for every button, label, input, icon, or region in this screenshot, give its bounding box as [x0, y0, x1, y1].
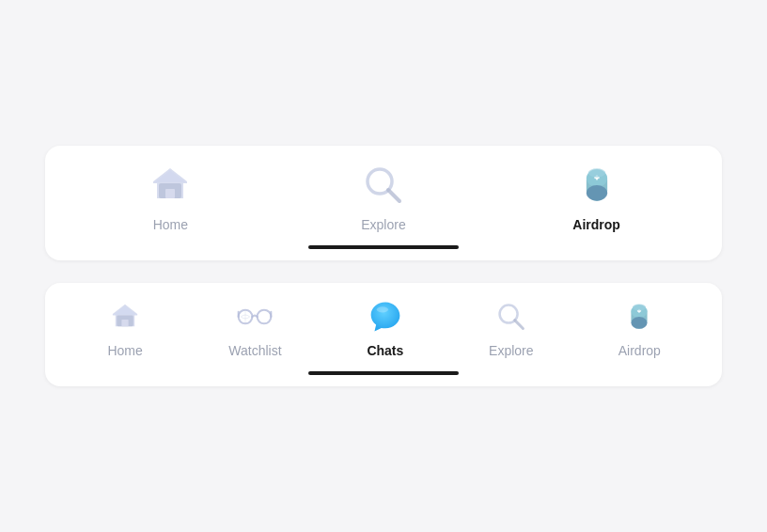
svg-rect-1 — [165, 189, 175, 198]
explore-icon-bottom — [493, 298, 530, 336]
tab-item-explore-bottom[interactable]: Explore — [470, 298, 552, 358]
svg-rect-22 — [632, 317, 648, 329]
airdrop-icon-bottom — [620, 298, 658, 336]
bottom-tab-bar-items: Home — [45, 298, 722, 358]
airdrop-icon-top — [572, 161, 621, 210]
home-icon — [146, 161, 195, 210]
tab-label-home-top: Home — [153, 217, 188, 232]
tab-item-chats-bottom[interactable]: Chats — [348, 298, 423, 358]
top-tab-bar: Home Explore — [45, 146, 722, 260]
svg-point-25 — [633, 304, 646, 310]
top-tab-bar-items: Home Explore — [45, 161, 722, 232]
tab-label-watchlist-bottom: Watchlist — [228, 343, 281, 358]
tab-item-airdrop-bottom[interactable]: Airdrop — [600, 298, 680, 358]
tab-item-explore-top[interactable]: Explore — [340, 161, 427, 232]
tab-label-chats-bottom: Chats — [367, 343, 403, 358]
home-icon-bottom — [106, 298, 144, 336]
svg-rect-11 — [121, 320, 128, 326]
home-indicator-bottom — [308, 371, 459, 375]
tab-label-airdrop-top: Airdrop — [572, 217, 620, 232]
tab-label-explore-top: Explore — [361, 217, 405, 232]
tab-label-explore-bottom: Explore — [489, 343, 533, 358]
watchlist-icon-bottom — [236, 298, 274, 336]
tab-label-airdrop-bottom: Airdrop — [618, 343, 661, 358]
tab-item-home-bottom[interactable]: Home — [87, 298, 163, 358]
tab-item-home-top[interactable]: Home — [127, 161, 213, 232]
svg-rect-6 — [586, 185, 606, 201]
tab-item-airdrop-top[interactable]: Airdrop — [554, 161, 640, 232]
svg-line-19 — [514, 321, 523, 329]
svg-line-3 — [388, 190, 399, 201]
svg-point-13 — [258, 310, 272, 324]
bottom-tab-bar: Home — [45, 283, 722, 386]
chats-icon-bottom — [367, 298, 404, 336]
tab-item-watchlist-bottom[interactable]: Watchlist — [210, 298, 300, 358]
explore-icon-top — [359, 161, 408, 210]
home-indicator-top — [308, 245, 459, 249]
tab-label-home-bottom: Home — [107, 343, 142, 358]
svg-point-17 — [377, 306, 388, 312]
svg-point-9 — [587, 168, 605, 177]
